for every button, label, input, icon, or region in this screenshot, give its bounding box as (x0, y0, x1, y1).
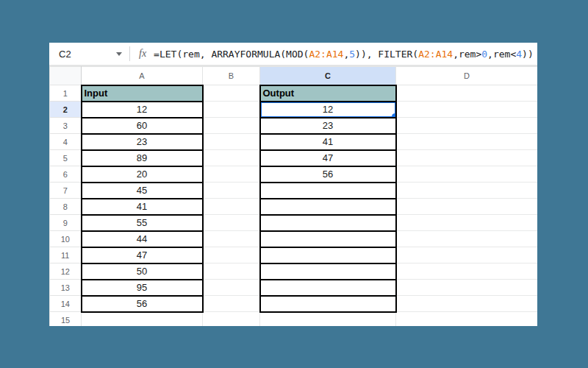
cell-D5[interactable] (396, 150, 538, 166)
cell-C13[interactable] (260, 280, 396, 296)
cell-C11[interactable] (260, 247, 396, 263)
row-header-11[interactable]: 11 (50, 247, 82, 263)
fx-icon: fx (139, 48, 146, 60)
formula-segment: 0 (481, 49, 487, 60)
cell-C14[interactable] (260, 296, 396, 312)
cell-B11[interactable] (203, 247, 260, 263)
cell-A5[interactable]: 89 (82, 150, 203, 166)
row-header-5[interactable]: 5 (50, 150, 82, 166)
spreadsheet-window: C2 fx =LET(rem, ARRAYFORMULA(MOD(A2:A14,… (49, 43, 537, 326)
cell-A9[interactable]: 55 (82, 215, 203, 231)
cell-B9[interactable] (203, 215, 260, 231)
row-header-15[interactable]: 15 (50, 312, 82, 327)
column-header-D[interactable]: D (396, 67, 538, 85)
cell-C4[interactable]: 41 (260, 134, 396, 150)
cell-C7[interactable] (260, 183, 396, 199)
name-box[interactable]: C2 (49, 49, 129, 60)
formula-bar-divider (129, 46, 130, 61)
cell-A3[interactable]: 60 (82, 118, 203, 134)
cell-D7[interactable] (396, 183, 538, 199)
cell-C6[interactable]: 56 (260, 166, 396, 183)
cell-C3[interactable]: 23 (260, 118, 396, 134)
row-header-14[interactable]: 14 (50, 296, 82, 312)
cell-C5[interactable]: 47 (260, 150, 396, 166)
desktop-background: { "colors": { "frame_background": "#3f77… (0, 0, 588, 368)
cell-B7[interactable] (203, 183, 260, 199)
formula-segment: 5 (349, 49, 355, 60)
cell-B3[interactable] (203, 118, 260, 134)
cell-D2[interactable] (396, 102, 538, 118)
formula-segment: A2:A14 (309, 49, 343, 60)
cell-D9[interactable] (396, 215, 538, 231)
cell-D10[interactable] (396, 231, 538, 247)
formula-segment: )) (522, 49, 534, 60)
column-header-A[interactable]: A (82, 67, 203, 85)
row-header-3[interactable]: 3 (50, 118, 82, 134)
cell-B15[interactable] (203, 312, 260, 327)
cell-D13[interactable] (396, 280, 538, 296)
cell-A12[interactable]: 50 (82, 263, 203, 280)
row-header-10[interactable]: 10 (50, 231, 82, 247)
fill-handle[interactable] (392, 113, 396, 118)
row-header-7[interactable]: 7 (50, 183, 82, 199)
cell-B10[interactable] (203, 231, 260, 247)
cell-C2[interactable]: 12 (260, 102, 396, 118)
row-header-13[interactable]: 13 (50, 280, 82, 296)
cell-A6[interactable]: 20 (82, 166, 203, 183)
cell-D6[interactable] (396, 166, 538, 183)
row-header-12[interactable]: 12 (50, 263, 82, 280)
cell-B1[interactable] (203, 85, 260, 102)
cell-C15[interactable] (260, 312, 396, 327)
cell-B14[interactable] (203, 296, 260, 312)
cell-A15[interactable] (82, 312, 203, 327)
cell-B4[interactable] (203, 134, 260, 150)
cell-C1[interactable]: Output (260, 85, 396, 102)
cell-D11[interactable] (396, 247, 538, 263)
cell-B2[interactable] (203, 102, 260, 118)
row-header-2[interactable]: 2 (50, 102, 82, 118)
formula-input[interactable]: =LET(rem, ARRAYFORMULA(MOD(A2:A14,5)), F… (154, 49, 534, 60)
cell-A10[interactable]: 44 (82, 231, 203, 247)
cell-A2[interactable]: 12 (82, 102, 203, 118)
cell-D1[interactable] (396, 85, 538, 102)
cell-A14[interactable]: 56 (82, 296, 203, 312)
cell-D12[interactable] (396, 263, 538, 280)
column-header-C[interactable]: C (260, 67, 396, 85)
cell-B8[interactable] (203, 199, 260, 215)
selection-border (260, 102, 396, 118)
cell-D4[interactable] (396, 134, 538, 150)
row-header-6[interactable]: 6 (50, 166, 82, 183)
chevron-down-icon[interactable] (116, 52, 122, 56)
formula-segment: )), FILTER( (355, 49, 418, 60)
formula-segment: 4 (516, 49, 522, 60)
cell-A7[interactable]: 45 (82, 183, 203, 199)
cell-B12[interactable] (203, 263, 260, 280)
name-box-value: C2 (59, 49, 71, 60)
row-header-1[interactable]: 1 (50, 85, 82, 102)
cell-B5[interactable] (203, 150, 260, 166)
cell-D15[interactable] (396, 312, 538, 327)
cell-A8[interactable]: 41 (82, 199, 203, 215)
row-header-8[interactable]: 8 (50, 199, 82, 215)
column-header-B[interactable]: B (203, 67, 260, 85)
cell-C9[interactable] (260, 215, 396, 231)
row-header-4[interactable]: 4 (50, 134, 82, 150)
cell-D8[interactable] (396, 199, 538, 215)
select-all-corner[interactable] (50, 67, 82, 85)
cell-A13[interactable]: 95 (82, 280, 203, 296)
cell-C12[interactable] (260, 263, 396, 280)
cell-A1[interactable]: Input (82, 85, 203, 102)
cell-C10[interactable] (260, 231, 396, 247)
cell-A4[interactable]: 23 (82, 134, 203, 150)
cell-C8[interactable] (260, 199, 396, 215)
spreadsheet-grid: ABCD 1InputOutput21212360234234158947620… (49, 66, 537, 326)
formula-segment: A2:A14 (418, 49, 453, 60)
row-header-9[interactable]: 9 (50, 215, 82, 231)
formula-bar: C2 fx =LET(rem, ARRAYFORMULA(MOD(A2:A14,… (49, 43, 537, 66)
cell-B13[interactable] (203, 280, 260, 296)
cell-D3[interactable] (396, 118, 538, 134)
cell-B6[interactable] (203, 166, 260, 183)
cell-D14[interactable] (396, 296, 538, 312)
cell-A11[interactable]: 47 (82, 247, 203, 263)
formula-segment: =LET(rem, ARRAYFORMULA(MOD( (154, 49, 309, 60)
